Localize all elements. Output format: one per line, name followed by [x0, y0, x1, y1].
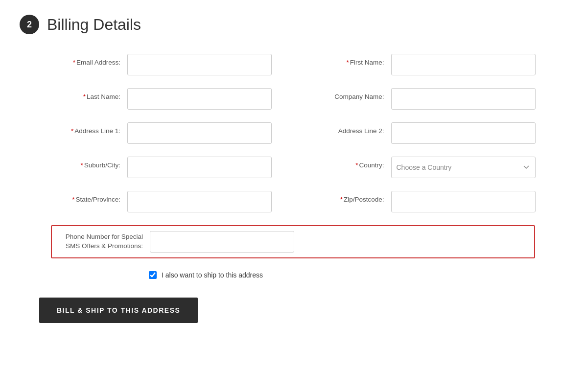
first-name-field[interactable] [391, 54, 536, 75]
state-required-marker: * [72, 196, 74, 203]
country-label: *Country: [303, 157, 391, 169]
first-name-label: *First Name: [303, 54, 391, 66]
email-field[interactable] [127, 54, 272, 75]
state-field[interactable] [127, 191, 272, 212]
email-label: *Email Address: [39, 54, 127, 66]
phone-field[interactable] [150, 231, 294, 253]
state-row: *State/Province: [29, 189, 293, 214]
state-label: *State/Province: [39, 191, 127, 203]
phone-section: Phone Number for Special SMS Offers & Pr… [51, 225, 535, 258]
first-name-required-marker: * [346, 59, 349, 66]
left-column: *Email Address: *Last Name: *Address Lin… [29, 52, 293, 223]
zip-field[interactable] [391, 191, 536, 212]
zip-row: *Zip/Postcode: [293, 189, 557, 214]
company-row: Company Name: [293, 86, 557, 112]
suburb-required-marker: * [80, 161, 83, 169]
suburb-label: *Suburb/City: [39, 157, 127, 169]
section-header: 2 Billing Details [20, 15, 566, 34]
address1-required-marker: * [71, 127, 73, 135]
address2-row: Address Line 2: [293, 120, 557, 146]
last-name-row: *Last Name: [29, 86, 293, 112]
bill-ship-button[interactable]: BILL & SHIP TO THIS ADDRESS [39, 298, 198, 323]
email-row: *Email Address: [29, 52, 293, 77]
right-column: *First Name: Company Name: Address Line … [293, 52, 557, 223]
form-body: *Email Address: *Last Name: *Address Lin… [20, 52, 566, 223]
address2-label: Address Line 2: [303, 122, 391, 135]
address2-field[interactable] [391, 122, 536, 144]
phone-label: Phone Number for Special SMS Offers & Pr… [62, 232, 150, 251]
address1-label: *Address Line 1: [39, 122, 127, 135]
suburb-row: *Suburb/City: [29, 155, 293, 180]
country-row: *Country: Choose a Country [293, 155, 557, 180]
address1-field[interactable] [127, 122, 272, 144]
page-container: 2 Billing Details *Email Address: *Last … [0, 0, 586, 392]
page-title: Billing Details [47, 16, 141, 34]
last-name-field[interactable] [127, 88, 272, 110]
ship-checkbox-label[interactable]: I also want to ship to this address [162, 271, 263, 279]
email-required-marker: * [73, 59, 75, 66]
suburb-field[interactable] [127, 157, 272, 178]
ship-to-address-checkbox[interactable] [149, 271, 157, 279]
address1-row: *Address Line 1: [29, 120, 293, 146]
zip-label: *Zip/Postcode: [303, 191, 391, 203]
ship-checkbox-row: I also want to ship to this address [39, 267, 547, 283]
first-name-row: *First Name: [293, 52, 557, 77]
company-field[interactable] [391, 88, 536, 110]
country-required-marker: * [355, 161, 358, 169]
step-number: 2 [20, 15, 39, 34]
zip-required-marker: * [340, 196, 343, 203]
last-name-required-marker: * [83, 93, 86, 100]
company-label: Company Name: [303, 88, 391, 100]
country-select[interactable]: Choose a Country [391, 157, 536, 178]
last-name-label: *Last Name: [39, 88, 127, 100]
